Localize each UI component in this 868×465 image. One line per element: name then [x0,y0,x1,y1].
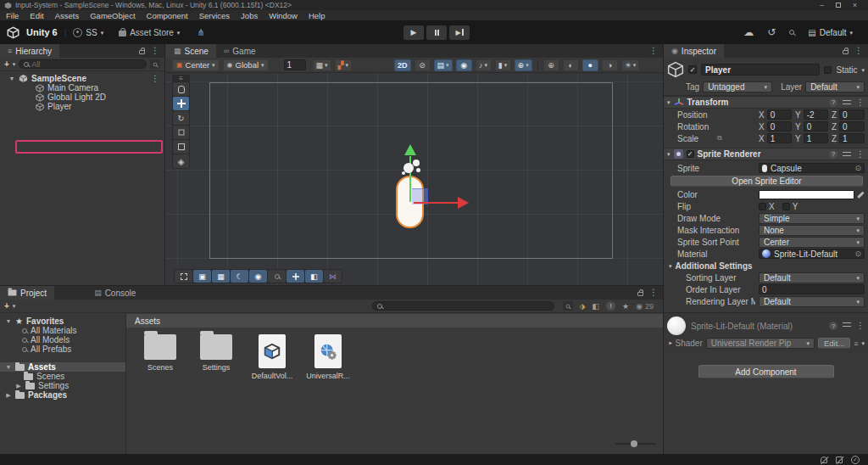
sprite-renderer-header[interactable]: ▾ ✓ Sprite Renderer ?⋮ [664,148,868,160]
tool-handle-rotation-dropdown[interactable]: ◉ Global▾ [223,59,269,71]
shader-dropdown[interactable]: Universal Render Pip▾ [706,338,815,349]
scene-visibility-toggle[interactable]: ◉ [456,59,472,71]
scene-visibility-button[interactable]: ◉ [249,270,267,283]
rotation-y-field[interactable]: 0 [804,121,828,132]
hierarchy-scene-row[interactable]: ▼ SampleScene ⋮ [0,74,164,83]
menu-component[interactable]: Component [147,11,188,20]
add-dropdown-icon[interactable]: ▾ [13,61,16,67]
menu-services[interactable]: Services [199,11,230,20]
open-sprite-editor-button[interactable]: Open Sprite Editor [670,176,863,187]
create-dropdown-icon[interactable]: ▾ [13,303,16,309]
scale-z-field[interactable]: 1 [839,133,865,143]
scene-options-icon[interactable]: ⋮ [151,75,164,83]
favorites-filter-icon[interactable]: ★ [622,302,629,311]
hierarchy-item-player[interactable]: Player [0,102,164,111]
tab-inspector[interactable]: ◉ Inspector [664,44,724,58]
panel-menu-icon[interactable]: ⋮ [151,47,159,55]
transform-tool[interactable]: ◈ [173,154,189,168]
layout-dropdown[interactable]: ▤ Default▾ [808,28,853,37]
dropdown-icon[interactable]: ▾ [861,340,865,346]
rendering-layer-mask-dropdown[interactable]: Default▾ [759,296,865,307]
preset-icon[interactable] [843,322,851,328]
tab-hierarchy[interactable]: ≡ Hierarchy [0,44,59,58]
menu-gameobject[interactable]: GameObject [90,11,135,20]
foldout-icon[interactable]: ▾ [667,99,670,105]
edit-shader-button[interactable]: Edit... [818,338,850,349]
position-z-field[interactable]: 0 [839,109,865,120]
panel-menu-icon[interactable]: ⋮ [649,289,658,297]
scale-tool[interactable] [173,126,189,139]
color-swatch[interactable] [759,190,854,199]
asset-scenes-folder[interactable]: Scenes [138,334,182,380]
static-checkbox[interactable] [824,66,832,74]
sprite-field[interactable]: Capsule⊙ [759,163,865,173]
foldout-icon[interactable]: ▼ [8,76,15,81]
hidden-count-badge[interactable]: ◉29 [636,302,654,311]
tab-project[interactable]: Project [0,286,54,300]
lock-icon[interactable] [843,50,849,54]
object-picker-icon[interactable]: ⊙ [854,249,861,258]
favorite-all-materials[interactable]: All Materials [0,326,125,335]
material-field[interactable]: Sprite-Lit-Default⊙ [759,249,865,259]
overlay-drag-handle[interactable]: ≡ [173,76,189,81]
cloud-services-icon[interactable]: ☁ [743,26,754,38]
tool-handle-position-dropdown[interactable]: ▣ Center▾ [172,59,220,71]
scene-viewport[interactable]: ≡ ↻ ◈ ▣ ▦ ☾ ◉ ◧ [166,73,663,285]
tree-packages[interactable]: ▶Packages [0,390,125,400]
layer-dropdown[interactable]: Default▾ [805,81,865,92]
lock-icon[interactable] [637,292,643,296]
label-filter-icon[interactable]: ◧ [593,302,600,311]
move-tool[interactable] [173,97,189,110]
link-scale-icon[interactable]: ⧉ [717,134,722,143]
camera-settings-dropdown[interactable]: ▮▾ [495,59,511,71]
2d-mode-button[interactable]: 2D [394,59,411,71]
rect-tool[interactable] [173,140,189,154]
favorites-row[interactable]: ▼★Favorites [0,317,125,326]
create-asset-button[interactable]: + [4,301,9,311]
grid-snap-dropdown[interactable]: ▦▾ [313,59,331,71]
status-ok-icon[interactable]: ✓ [851,456,860,464]
constraints-button[interactable]: ⋈ [324,270,342,283]
asset-store-dropdown[interactable]: Asset Store▾ [119,28,180,37]
preset-icon[interactable] [843,99,851,106]
transform-header[interactable]: ▾ Transform ?⋮ [664,96,868,109]
tag-dropdown[interactable]: Untagged▾ [703,81,772,92]
project-search-input[interactable] [385,302,549,311]
search-icon[interactable] [789,30,794,35]
active-checkbox[interactable]: ✓ [688,65,697,74]
foldout-icon[interactable]: ▾ [669,263,672,269]
lighting-on-button[interactable]: ● [582,59,598,71]
account-dropdown[interactable]: SS▾ [73,28,103,37]
asset-universal-renderpipeline[interactable]: UniversalR... [306,334,350,380]
sprite-sort-point-dropdown[interactable]: Center▾ [759,237,865,248]
package-filter-icon[interactable]: ⬗ [580,302,586,311]
undo-history-icon[interactable]: ↺ [767,26,776,38]
static-dropdown-icon[interactable]: ▾ [861,67,865,73]
pause-button[interactable] [426,25,447,40]
order-in-layer-field[interactable]: 0 [759,284,865,294]
type-filter-icon[interactable]: ! [606,301,615,311]
tab-scene[interactable]: ▦ Scene [166,44,216,58]
grid-size-field[interactable]: 1 [284,59,306,70]
foldout-icon[interactable]: ▾ [667,151,670,157]
hierarchy-search[interactable] [19,59,147,69]
pan-button[interactable] [287,270,304,283]
version-control-icon[interactable]: ⋔ [197,27,204,38]
hierarchy-item-main-camera[interactable]: Main Camera [0,83,164,92]
camera-preview-button[interactable]: ▣ [193,270,211,283]
position-x-field[interactable]: 0 [767,109,792,120]
scale-x-field[interactable]: 1 [767,133,792,143]
tree-scenes[interactable]: Scenes [0,372,125,381]
mask-interaction-dropdown[interactable]: None▾ [759,225,865,236]
add-component-button[interactable]: Add Component [698,365,834,378]
flip-y-checkbox[interactable] [782,203,790,210]
search-by-type-icon[interactable] [150,59,160,69]
minimize-button[interactable]: – [820,1,824,9]
tree-settings[interactable]: ▶Settings [0,381,125,390]
asset-default-volume-profile[interactable]: DefaultVol... [250,334,294,380]
panel-menu-icon[interactable]: ⋮ [649,47,658,55]
help-icon[interactable]: ? [829,150,837,159]
pick-object-button[interactable]: ◧ [305,270,323,283]
slider-knob[interactable] [631,440,637,447]
lighting-toggle[interactable]: ⊘ [415,59,431,71]
